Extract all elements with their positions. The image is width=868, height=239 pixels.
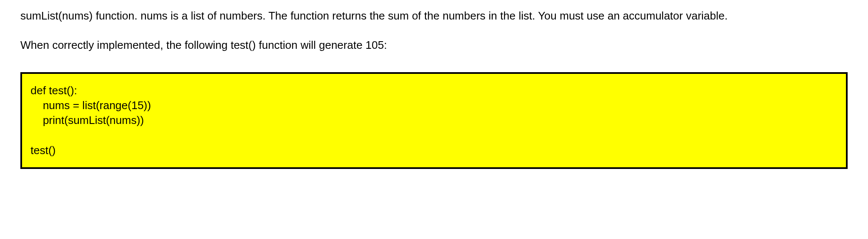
problem-description-paragraph-1: sumList(nums) function. nums is a list o…: [20, 8, 848, 23]
problem-description-paragraph-2: When correctly implemented, the followin…: [20, 38, 848, 53]
code-example-box: def test(): nums = list(range(15)) print…: [20, 72, 848, 169]
